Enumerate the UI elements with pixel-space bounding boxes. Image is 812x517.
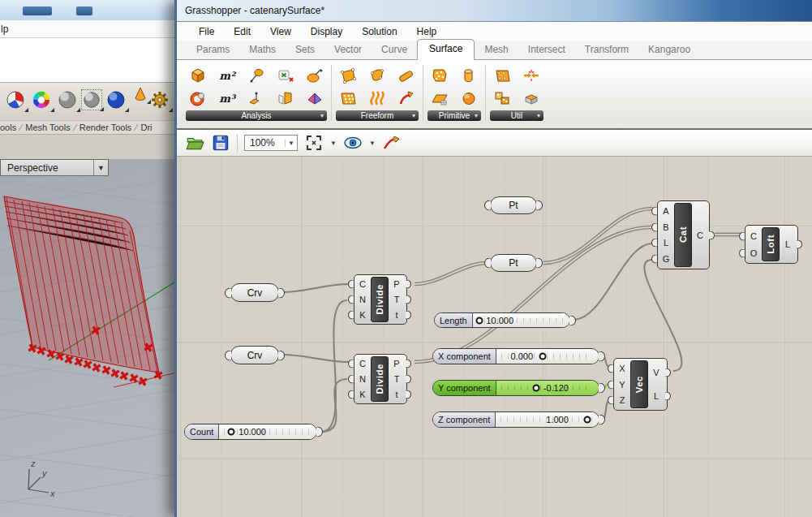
- viewport-title-label[interactable]: Perspective: [1, 162, 93, 174]
- sketch-pen-icon[interactable]: [382, 133, 402, 153]
- tab-surface[interactable]: Surface: [417, 39, 475, 60]
- slider-knob[interactable]: [539, 353, 546, 360]
- viewport-menu-arrow-icon[interactable]: ▼: [93, 160, 108, 175]
- slider-track[interactable]: 0.000: [496, 349, 599, 364]
- input-nub[interactable]: [739, 248, 745, 257]
- patch-surface-icon[interactable]: [365, 65, 389, 86]
- param-point-2[interactable]: Pt: [490, 254, 537, 272]
- input-nub[interactable]: [225, 287, 231, 298]
- tab-maths[interactable]: Maths: [239, 41, 286, 59]
- tab-sets[interactable]: Sets: [286, 41, 324, 59]
- component-vector-xyz[interactable]: X Y Z Vec V L: [613, 358, 668, 411]
- open-folder-icon[interactable]: [185, 133, 204, 153]
- component-loft[interactable]: C O Loft L: [745, 225, 798, 264]
- group-arrow-icon[interactable]: ▾: [320, 110, 324, 121]
- menu-file[interactable]: File: [190, 24, 223, 40]
- menu-solution[interactable]: Solution: [353, 24, 406, 40]
- edge-surface-icon[interactable]: [336, 65, 360, 86]
- brep-edges-icon[interactable]: [273, 88, 298, 109]
- slider-label[interactable]: Z component: [433, 412, 496, 427]
- tab-kangaroo[interactable]: Kangaroo: [638, 41, 700, 59]
- menu-edit[interactable]: Edit: [225, 24, 260, 40]
- input-nub[interactable]: [651, 206, 657, 215]
- tab-transform[interactable]: Transform: [575, 41, 638, 59]
- grid-surface-icon[interactable]: [336, 88, 360, 109]
- input-nub[interactable]: [348, 360, 354, 368]
- menu-view[interactable]: View: [261, 24, 300, 40]
- slider-label[interactable]: X component: [433, 349, 496, 364]
- gear-icon[interactable]: [149, 89, 170, 110]
- group-label-util[interactable]: Util▾: [490, 110, 543, 121]
- group-arrow-icon[interactable]: ▾: [412, 110, 415, 121]
- slider-track[interactable]: 1.000: [496, 412, 599, 427]
- random-box-icon[interactable]: [427, 65, 452, 86]
- slider-knob[interactable]: [227, 429, 234, 436]
- component-divide-2[interactable]: C N K Divide P T t: [354, 354, 407, 404]
- param-curve-1[interactable]: Crv: [230, 283, 279, 302]
- rhino-menu-help-fragment[interactable]: lp: [1, 24, 8, 35]
- zoom-extents-icon[interactable]: [304, 133, 324, 153]
- grasshopper-canvas[interactable]: Pt Pt Crv Crv C N K Divide P T t: [177, 157, 812, 517]
- menu-display[interactable]: Display: [302, 24, 351, 40]
- menu-help[interactable]: Help: [408, 24, 446, 40]
- fillet-ring-icon[interactable]: [186, 88, 210, 109]
- input-nub[interactable]: [651, 222, 657, 231]
- slider-label[interactable]: Count: [185, 424, 219, 439]
- plane-surface-icon[interactable]: [427, 88, 452, 109]
- param-point-1[interactable]: Pt: [490, 196, 537, 214]
- save-icon[interactable]: [211, 133, 230, 153]
- ruled-surface-icon[interactable]: [365, 88, 389, 109]
- pipe-icon[interactable]: [394, 65, 419, 86]
- normal-cone-icon[interactable]: [244, 88, 269, 109]
- gray-sphere-icon[interactable]: [57, 89, 78, 110]
- sphere-icon[interactable]: [457, 88, 481, 109]
- cylinder-icon[interactable]: [457, 65, 481, 86]
- slider-track[interactable]: 10.000: [219, 424, 316, 439]
- input-nub[interactable]: [484, 200, 491, 211]
- slider-z-component[interactable]: Z component 1.000: [432, 411, 599, 428]
- color-wheel-icon[interactable]: [31, 89, 52, 110]
- tab-curve[interactable]: Curve: [372, 41, 417, 59]
- slider-knob[interactable]: [532, 385, 539, 392]
- rhino-command-area[interactable]: [0, 38, 177, 83]
- slider-label[interactable]: Y component: [433, 381, 496, 395]
- gray-sphere-selected-icon[interactable]: [81, 89, 102, 110]
- component-catenary[interactable]: A B L G Cat C: [657, 200, 710, 269]
- input-nub[interactable]: [608, 364, 613, 373]
- input-nub[interactable]: [225, 350, 231, 360]
- cap-holes-icon[interactable]: [519, 88, 543, 109]
- input-nub[interactable]: [739, 231, 745, 240]
- toolbar-tab[interactable]: ools: [0, 123, 16, 132]
- input-nub[interactable]: [608, 396, 613, 405]
- perspective-viewport[interactable]: z y x: [0, 159, 177, 517]
- tab-vector[interactable]: Vector: [324, 41, 372, 59]
- group-arrow-icon[interactable]: ▾: [537, 110, 540, 121]
- preview-eye-icon[interactable]: [343, 133, 363, 153]
- input-nub[interactable]: [651, 255, 657, 264]
- param-curve-2[interactable]: Crv: [230, 346, 279, 364]
- input-nub[interactable]: [608, 380, 613, 389]
- chevron-down-icon[interactable]: ▼: [369, 140, 376, 147]
- input-nub[interactable]: [348, 375, 354, 384]
- input-nub[interactable]: [348, 295, 354, 304]
- slider-x-component[interactable]: X component 0.000: [432, 348, 599, 364]
- evaluate-point-icon[interactable]: [244, 65, 269, 86]
- viewport-title[interactable]: Perspective ▼: [0, 159, 109, 176]
- cone-icon[interactable]: [132, 86, 148, 102]
- toolbar-tab[interactable]: Mesh Tools: [25, 123, 70, 132]
- area-m2-icon[interactable]: m²: [215, 65, 239, 86]
- slider-y-component-selected[interactable]: Y component -0.120: [432, 380, 599, 396]
- input-nub[interactable]: [348, 310, 354, 319]
- group-label-analysis[interactable]: Analysis▾: [186, 110, 327, 121]
- group-label-freeform[interactable]: Freeform▾: [336, 110, 419, 121]
- tab-mesh[interactable]: Mesh: [475, 41, 518, 59]
- slider-label[interactable]: Length: [435, 313, 473, 327]
- isotrim-icon[interactable]: [490, 88, 514, 109]
- chevron-down-icon[interactable]: ▼: [330, 140, 337, 147]
- slider-knob[interactable]: [584, 416, 591, 424]
- slider-length[interactable]: Length 10.000: [434, 312, 570, 328]
- slider-track[interactable]: 10.000: [473, 313, 569, 327]
- rhino-menubar[interactable]: lp: [0, 20, 177, 38]
- input-nub[interactable]: [348, 280, 354, 289]
- divide-surface-icon[interactable]: [490, 65, 514, 86]
